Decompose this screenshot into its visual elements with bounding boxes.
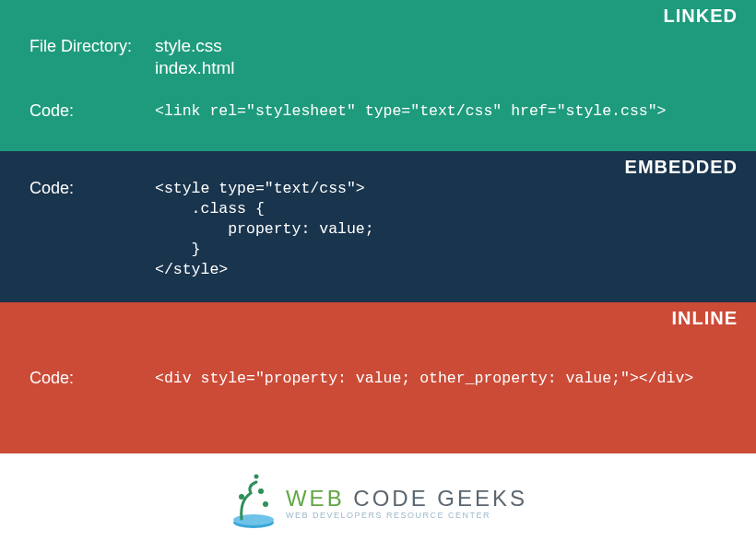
linked-code-label: Code: bbox=[30, 98, 155, 121]
logo-subtitle: WEB DEVELOPERS RESOURCE CENTER bbox=[286, 512, 527, 520]
file-directory-row: File Directory: style.css index.html bbox=[30, 33, 739, 79]
linked-code: <link rel="stylesheet" type="text/css" h… bbox=[155, 98, 667, 122]
svg-point-4 bbox=[263, 501, 268, 507]
logo-main-text: WEB CODE GEEKS bbox=[286, 488, 527, 510]
embedded-badge: EMBEDDED bbox=[625, 157, 738, 178]
logo: WEB CODE GEEKS WEB DEVELOPERS RESOURCE C… bbox=[229, 473, 527, 534]
embedded-code: <style type="text/css"> .class { propert… bbox=[155, 175, 374, 280]
file-directory-label: File Directory: bbox=[30, 33, 155, 56]
embedded-code-label: Code: bbox=[30, 175, 155, 198]
inline-code-label: Code: bbox=[30, 365, 155, 388]
inline-badge: INLINE bbox=[671, 308, 738, 329]
logo-icon bbox=[229, 473, 278, 534]
section-linked: LINKED File Directory: style.css index.h… bbox=[0, 0, 756, 151]
svg-point-5 bbox=[254, 475, 258, 479]
inline-code-row: Code: <div style="property: value; other… bbox=[30, 365, 739, 389]
logo-rest: CODE GEEKS bbox=[345, 486, 527, 511]
section-inline: INLINE Code: <div style="property: value… bbox=[0, 302, 756, 453]
section-embedded: EMBEDDED Code: <style type="text/css"> .… bbox=[0, 151, 756, 302]
svg-point-2 bbox=[239, 494, 244, 500]
logo-web: WEB bbox=[286, 486, 345, 511]
inline-code: <div style="property: value; other_prope… bbox=[155, 365, 693, 389]
linked-badge: LINKED bbox=[664, 6, 738, 27]
logo-text: WEB CODE GEEKS WEB DEVELOPERS RESOURCE C… bbox=[286, 488, 527, 520]
embedded-code-row: Code: <style type="text/css"> .class { p… bbox=[30, 175, 739, 280]
svg-point-3 bbox=[258, 488, 264, 494]
svg-point-1 bbox=[233, 514, 274, 525]
footer: WEB CODE GEEKS WEB DEVELOPERS RESOURCE C… bbox=[0, 453, 756, 553]
file-list: style.css index.html bbox=[155, 33, 235, 79]
linked-code-row: Code: <link rel="stylesheet" type="text/… bbox=[30, 98, 739, 122]
